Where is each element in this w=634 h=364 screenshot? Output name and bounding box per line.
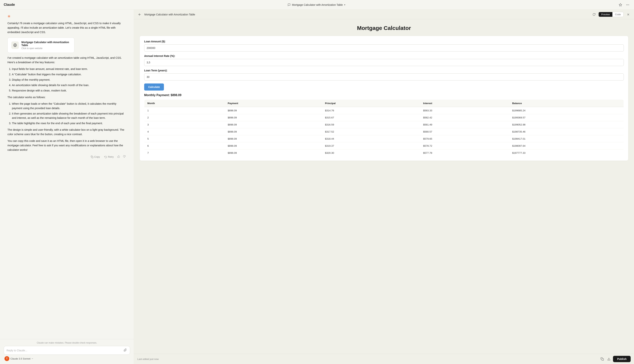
paperclip-icon xyxy=(124,348,127,352)
table-cell: $583.33 xyxy=(420,107,509,114)
model-selector[interactable]: Claude 3.5 Sonnet xyxy=(11,357,34,360)
footer-actions: Publish xyxy=(599,356,631,362)
menu-button[interactable] xyxy=(625,2,630,8)
interest-rate-input[interactable] xyxy=(144,59,624,66)
col-principal: Principal xyxy=(322,100,420,107)
table-cell: $199685.24 xyxy=(509,107,623,114)
table-cell: $198735.46 xyxy=(509,128,623,135)
artifact-card[interactable]: Mortgage Calculator with Amortization Ta… xyxy=(8,38,75,53)
back-arrow-icon xyxy=(138,13,141,16)
table-cell: $197777.33 xyxy=(509,150,623,156)
conversation-title: Mortgage Calculator with Amortization Ta… xyxy=(292,3,343,6)
chat-input[interactable] xyxy=(7,349,121,352)
table-cell: 6 xyxy=(144,142,225,150)
artifact-info: Mortgage Calculator with Amortization Ta… xyxy=(22,41,71,50)
calculate-button[interactable]: Calculate xyxy=(144,84,164,90)
retry-icon xyxy=(104,156,107,158)
table-cell: $898.09 xyxy=(225,135,322,142)
table-row: 3$898.09$316.59$581.49$199052.98 xyxy=(144,121,624,128)
model-row: T Claude 3.5 Sonnet xyxy=(4,356,130,361)
app-logo: Claude xyxy=(4,3,15,7)
mortgage-calculator: Mortgage Calculator Loan Amount ($): Ann… xyxy=(138,23,630,166)
svg-marker-0 xyxy=(619,3,622,6)
thumbs-up-button[interactable] xyxy=(117,154,121,159)
header-center: Mortgage Calculator with Amortization Ta… xyxy=(288,3,345,6)
how-1: When the page loads or when the "Calcula… xyxy=(12,102,126,110)
table-cell: 5 xyxy=(144,135,225,142)
table-cell: $314.76 xyxy=(322,107,420,114)
copy-icon xyxy=(91,156,93,158)
model-chevron-icon xyxy=(31,358,34,360)
thumbs-down-button[interactable] xyxy=(122,154,126,159)
table-row: 6$898.09$319.37$578.72$198097.64 xyxy=(144,142,624,150)
thumbs-down-icon xyxy=(123,155,126,158)
table-cell: $898.09 xyxy=(225,128,322,135)
preview-close-button[interactable] xyxy=(626,12,631,17)
loan-term-label: Loan Term (years): xyxy=(144,69,624,72)
star-icon xyxy=(619,3,622,6)
refresh-icon xyxy=(592,13,595,16)
how-it-works-list: When the page loads or when the "Calcula… xyxy=(12,102,126,126)
description-text: I've created a mortgage calculator with … xyxy=(8,56,126,152)
table-cell: $315.67 xyxy=(322,114,420,121)
disclaimer: Claude can make mistakes. Please double-… xyxy=(4,342,130,344)
table-cell: $198417.01 xyxy=(509,135,623,142)
loan-amount-input[interactable] xyxy=(144,44,624,52)
design-para: The design is simple and user-friendly, … xyxy=(8,128,126,137)
table-cell: $199369.57 xyxy=(509,114,623,121)
globe-icon xyxy=(13,43,17,47)
table-cell: $318.44 xyxy=(322,135,420,142)
preview-footer: Last edited just now Publish xyxy=(134,354,634,364)
table-cell: $579.65 xyxy=(420,135,509,142)
message-actions: Copy Retry xyxy=(8,154,126,159)
table-cell: $199052.98 xyxy=(509,121,623,128)
table-cell: $580.57 xyxy=(420,128,509,135)
table-cell: $577.78 xyxy=(420,150,509,156)
table-header-row: Month Payment Principal Interest Balance xyxy=(144,100,624,107)
download-button[interactable] xyxy=(606,356,611,362)
retry-label: Retry xyxy=(108,156,114,158)
table-cell: $317.52 xyxy=(322,128,420,135)
preview-tab[interactable]: Preview xyxy=(599,12,612,17)
preview-tab-group: Preview Code xyxy=(598,12,623,17)
table-row: 1$898.09$314.76$583.33$199685.24 xyxy=(144,107,624,114)
table-row: 2$898.09$315.67$582.42$199369.57 xyxy=(144,114,624,121)
table-cell: $198097.64 xyxy=(509,142,623,150)
main-layout: ✳ Certainly! I'll create a mortgage calc… xyxy=(0,10,634,364)
retry-button[interactable]: Retry xyxy=(103,155,115,159)
publish-button[interactable]: Publish xyxy=(613,356,631,362)
attach-button[interactable] xyxy=(123,348,127,353)
table-cell: $898.09 xyxy=(225,121,322,128)
loan-term-input[interactable] xyxy=(144,74,624,80)
table-cell: 4 xyxy=(144,128,225,135)
copy-label: Copy xyxy=(94,156,100,158)
interest-rate-label: Annual Interest Rate (%): xyxy=(144,54,624,58)
table-cell: $898.09 xyxy=(225,114,322,121)
feature-4: An amortization table showing details fo… xyxy=(12,83,126,87)
last-edited: Last edited just now xyxy=(137,358,159,360)
copy-button[interactable]: Copy xyxy=(89,155,101,159)
header-right xyxy=(618,2,630,8)
col-payment: Payment xyxy=(225,100,322,107)
table-cell: 2 xyxy=(144,114,225,121)
table-cell: $581.49 xyxy=(420,121,509,128)
svg-point-1 xyxy=(627,5,628,5)
preview-header: Mortgage Calculator with Amortization Ta… xyxy=(134,10,634,19)
artifact-icon xyxy=(11,42,19,49)
copy-code-icon xyxy=(600,357,604,361)
svg-point-2 xyxy=(628,5,629,5)
code-tab[interactable]: Code xyxy=(612,12,623,17)
chevron-down-icon[interactable]: ▾ xyxy=(344,4,345,6)
col-interest: Interest xyxy=(420,100,509,107)
star-button[interactable] xyxy=(618,2,623,7)
table-cell: $898.09 xyxy=(225,142,322,150)
artifact-subtitle: Click to open website xyxy=(22,47,71,50)
table-cell: 1 xyxy=(144,107,225,114)
model-name: Claude 3.5 Sonnet xyxy=(11,357,31,360)
copy-code-button[interactable] xyxy=(599,356,605,362)
preview-back-button[interactable] xyxy=(137,12,142,17)
chat-icon xyxy=(288,3,291,6)
input-row xyxy=(4,346,130,355)
chat-panel: ✳ Certainly! I'll create a mortgage calc… xyxy=(0,10,134,364)
preview-refresh-button[interactable] xyxy=(592,12,596,17)
